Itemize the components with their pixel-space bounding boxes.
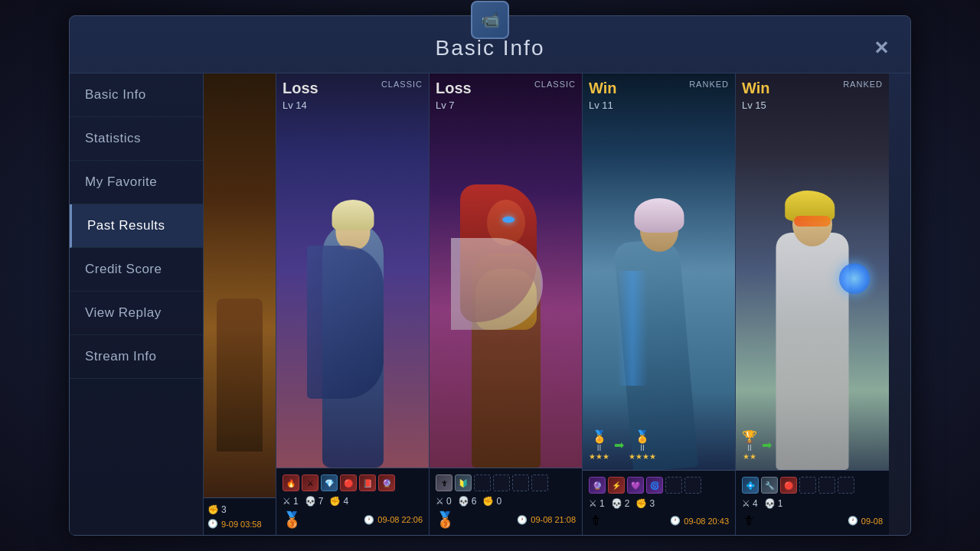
item-5-3	[512, 474, 529, 491]
item-6-3	[531, 474, 548, 491]
card-footer-2: 🥉 🕐 09-08 22:06	[283, 510, 423, 529]
mode-badge-5: RANKED	[843, 80, 883, 89]
assist-stat-1: ✊ 3	[207, 504, 227, 515]
assist-value-2: 4	[343, 496, 348, 507]
sidebar-item-past-results[interactable]: Past Results	[70, 204, 203, 248]
assist-icon-4: ✊	[635, 498, 647, 509]
sidebar: Basic Info Statistics My Favorite Past R…	[70, 73, 204, 535]
kill-stat-4: ⚔ 1	[589, 498, 605, 509]
stats-row-2: ⚔ 1 💀 7 ✊ 4	[283, 496, 423, 507]
header-icon: 📹	[471, 1, 509, 39]
item-6-2: 🔮	[378, 474, 395, 491]
rank-arrow-4: ➡	[614, 438, 624, 452]
death-stat-4: 💀 2	[611, 498, 630, 509]
sidebar-item-basic-info[interactable]: Basic Info	[70, 73, 203, 117]
death-value-2: 7	[318, 496, 324, 507]
kill-value-2: 1	[293, 496, 299, 507]
result-badge-4: Win	[589, 80, 616, 97]
hero-background-1	[204, 73, 276, 497]
match-card-5[interactable]: RANKED Win Lv 15	[736, 73, 889, 535]
kill-icon-5: ⚔	[742, 498, 750, 509]
death-icon-4: 💀	[611, 498, 622, 509]
kill-stat-2: ⚔ 1	[283, 496, 299, 507]
card-footer-5: 🗡 🕐 09-08	[742, 513, 883, 529]
item-1-3: 🗡	[436, 474, 452, 491]
item-5-2: 📕	[359, 474, 376, 491]
stats-row-1: ✊ 3	[207, 504, 272, 515]
assist-value-1: 3	[221, 504, 227, 515]
sidebar-item-my-favorite[interactable]: My Favorite	[70, 161, 203, 204]
death-icon-2: 💀	[305, 496, 316, 507]
death-value-5: 1	[778, 498, 783, 509]
card-bottom-5: 💠 🔧 🔴 ⚔ 4 💀 1	[736, 470, 889, 535]
sidebar-item-view-replay[interactable]: View Replay	[70, 292, 203, 335]
item-2-4: ⚡	[608, 477, 625, 494]
death-stat-2: 💀 7	[305, 496, 324, 507]
rank-arrow-5: ➡	[762, 438, 772, 452]
kill-value-3: 0	[446, 496, 452, 507]
clock-icon-4: 🕐	[670, 516, 681, 526]
close-button[interactable]: ✕	[867, 34, 895, 62]
sidebar-item-credit-score[interactable]: Credit Score	[70, 248, 203, 292]
item-6-4	[684, 477, 701, 494]
items-row-5: 💠 🔧 🔴	[742, 477, 883, 494]
mode-badge-2: CLASSIC	[381, 80, 423, 89]
date-value-1: 9-09 03:58	[221, 520, 262, 529]
match-card-4[interactable]: RANKED Win Lv 11	[583, 73, 736, 535]
assist-icon-3: ✊	[482, 496, 494, 507]
match-time-2: 🕐 09-08 22:06	[364, 515, 423, 525]
hero-background-3: CLASSIC Loss Lv 7	[430, 73, 582, 468]
clock-icon-1: 🕐	[207, 519, 218, 529]
medal-2: 🥉	[283, 510, 302, 529]
result-badge-2: Loss	[283, 80, 318, 97]
match-card-3[interactable]: CLASSIC Loss Lv 7	[430, 73, 583, 535]
result-badge-3: Loss	[436, 80, 472, 97]
items-row-3: 🗡 🔰	[436, 474, 576, 491]
item-5-4	[665, 477, 682, 494]
rank-section-5: 🏆 II ★★ ➡	[742, 429, 772, 461]
item-4-4: 🌀	[646, 477, 663, 494]
card-footer-3: 🥉 🕐 09-08 21:08	[436, 510, 576, 529]
kill-icon-3: ⚔	[436, 496, 444, 507]
stats-row-4: ⚔ 1 💀 2 ✊ 3	[589, 498, 729, 509]
rank-section-4: 🏅 II ★★★ ➡ 🏅 II ★★★★	[589, 429, 656, 461]
kill-icon-4: ⚔	[589, 498, 597, 509]
assist-value-4: 3	[649, 498, 655, 509]
assist-stat-3: ✊ 0	[482, 496, 501, 507]
hero-background-4: RANKED Win Lv 11	[583, 73, 735, 470]
date-value-5: 09-08	[861, 517, 883, 526]
item-4-2: 🔴	[340, 474, 357, 491]
match-time-1: 🕐 9-09 03:58	[207, 519, 262, 529]
clock-icon-2: 🕐	[364, 515, 374, 525]
medal-4: 🗡	[589, 513, 603, 529]
clock-icon-3: 🕐	[517, 515, 528, 525]
sidebar-item-stream-info[interactable]: Stream Info	[70, 335, 203, 379]
modal-header: 📹 Basic Info ✕	[70, 16, 910, 73]
item-1-5: 💠	[742, 477, 759, 494]
item-6-5	[838, 477, 854, 494]
item-3-3	[474, 474, 491, 491]
items-row-4: 🔮 ⚡ 💜 🌀	[589, 477, 729, 494]
result-badge-5: Win	[742, 80, 769, 97]
match-card-1[interactable]: ✊ 3 🕐 9-09 03:58	[204, 73, 276, 535]
mode-badge-4: RANKED	[689, 80, 729, 89]
item-3-4: 💜	[627, 477, 644, 494]
match-time-5: 🕐 09-08	[848, 516, 883, 526]
modal-title: Basic Info	[436, 36, 545, 60]
item-2-5: 🔧	[761, 477, 778, 494]
stats-row-5: ⚔ 4 💀 1	[742, 498, 883, 509]
kill-stat-3: ⚔ 0	[436, 496, 452, 507]
item-4-5	[799, 477, 816, 494]
level-badge-4: Lv 11	[589, 99, 613, 111]
card-footer-1: 🕐 9-09 03:58	[207, 519, 272, 529]
item-3-2: 💎	[321, 474, 338, 491]
clock-icon-5: 🕐	[848, 516, 858, 526]
match-card-2[interactable]: CLASSIC Loss Lv 14	[276, 73, 430, 535]
medal-3: 🥉	[436, 510, 455, 529]
sidebar-item-statistics[interactable]: Statistics	[70, 117, 203, 161]
level-badge-2: Lv 14	[283, 99, 307, 111]
item-1-4: 🔮	[589, 477, 606, 494]
item-5-5	[818, 477, 835, 494]
assist-stat-4: ✊ 3	[635, 498, 655, 509]
card-footer-4: 🗡 🕐 09-08 20:43	[589, 513, 729, 529]
